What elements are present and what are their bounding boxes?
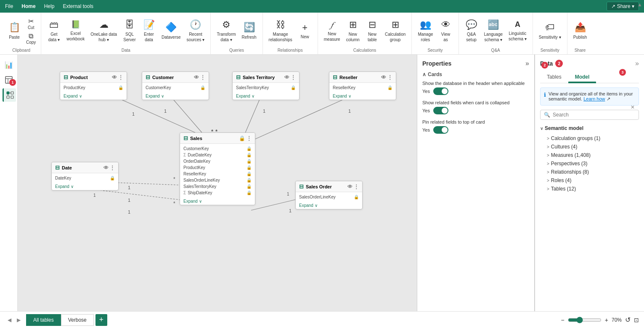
publish-button[interactable]: 📤 Publish xyxy=(571,20,590,42)
add-tab-button[interactable]: + xyxy=(95,314,107,326)
tree-item-relationships[interactable]: > Relationships (8) xyxy=(540,168,639,176)
left-sidebar: 📊 1 xyxy=(0,55,18,311)
sensitivity-button[interactable]: 🏷 Sensitivity ▾ xyxy=(536,20,564,42)
tree-item-measures[interactable]: > Measures (1,408) xyxy=(540,151,639,159)
copy-button[interactable]: ⧉ Copy xyxy=(24,32,37,45)
tree-item-roles[interactable]: > Roles (4) xyxy=(540,176,639,185)
language-schema-button[interactable]: 🔤 Languageschema ▾ xyxy=(482,17,506,45)
recent-sources-button[interactable]: 🕐 Recentsources ▾ xyxy=(184,17,207,45)
date-expand[interactable]: Expand ∨ xyxy=(52,183,118,190)
qa-setup-button[interactable]: 💬 Q&Asetup xyxy=(462,17,481,45)
st-expand[interactable]: Expand ∨ xyxy=(233,93,299,100)
menu-home[interactable]: Home xyxy=(21,3,35,9)
search-box[interactable]: 🔍 xyxy=(540,110,639,120)
product-card[interactable]: ⊟ Product 👁 ⋮ ProductKey 🔒 Expand ∨ xyxy=(60,71,127,100)
new-measure-button[interactable]: 𝑓 Newmeasure xyxy=(321,18,343,44)
dataverse-button[interactable]: 🔷 Dataverse xyxy=(159,20,183,42)
so-visibility-icon[interactable]: 👁 xyxy=(347,184,352,190)
main-canvas-area[interactable]: 1 * 1 * 1 * 1 1 * 1 * 1 xyxy=(18,55,644,311)
reseller-card[interactable]: ⊟ Reseller 👁 ⋮ ResellerKey 🔒 Expand ∨ xyxy=(329,71,396,100)
customer-card[interactable]: ⊟ Customer 👁 ⋮ CustomerKey 🔒 Expand ∨ xyxy=(142,71,209,100)
semantic-model-header[interactable]: ∨ Semantic model xyxy=(540,124,639,132)
ribbon-collapse-button[interactable]: ▲ xyxy=(637,2,642,8)
product-card-header: ⊟ Product 👁 ⋮ xyxy=(60,72,127,83)
search-input[interactable] xyxy=(553,112,635,118)
sales-order-icon: ⊟ xyxy=(299,183,304,190)
sales-expand[interactable]: Expand ∨ xyxy=(180,198,255,205)
share-icon: ↗ xyxy=(611,3,615,9)
tab-model[interactable]: Model xyxy=(568,71,596,83)
learn-how-link[interactable]: Learn how xyxy=(583,96,605,101)
tab-all-tables[interactable]: All tables xyxy=(26,314,61,326)
tab-verbose[interactable]: Verbose xyxy=(61,314,94,326)
sql-server-button[interactable]: 🗄 SQLServer xyxy=(120,17,139,45)
sidebar-icon-model[interactable] xyxy=(3,88,16,102)
manage-relationships-button[interactable]: ⛓ Managerelationships xyxy=(266,17,295,45)
relation-label-7: 1 xyxy=(128,209,130,214)
menu-file[interactable]: File xyxy=(5,3,13,9)
get-data-button[interactable]: 🗃 Getdata ▾ xyxy=(45,17,63,45)
zoom-slider[interactable] xyxy=(568,317,602,323)
tree-item-cultures[interactable]: > Cultures (4) xyxy=(540,143,639,151)
tab-tables[interactable]: Tables xyxy=(540,71,568,83)
paste-button[interactable]: 📋 Paste xyxy=(5,20,24,42)
onelake-button[interactable]: ☁ OneLake datahub ▾ xyxy=(88,17,119,45)
share-button[interactable]: ↗ Share ▾ xyxy=(607,2,639,11)
reseller-menu-icon[interactable]: ⋮ xyxy=(387,74,392,80)
section-collapse-icon[interactable]: ∧ xyxy=(422,71,426,77)
nav-next-button[interactable]: ▶ xyxy=(14,316,23,324)
customer-expand[interactable]: Expand ∨ xyxy=(142,93,209,100)
prop-show-related-toggle[interactable] xyxy=(433,107,448,114)
canvas[interactable]: 1 * 1 * 1 * 1 1 * 1 * 1 xyxy=(18,55,644,311)
zoom-fit-icon[interactable]: ⊡ xyxy=(634,317,639,323)
nav-prev-button[interactable]: ◀ xyxy=(5,316,13,324)
so-menu-icon[interactable]: ⋮ xyxy=(354,184,359,190)
sales-visibility-icon[interactable]: 🔒 xyxy=(239,135,245,141)
properties-expand-icon[interactable]: » xyxy=(525,60,529,67)
transform-data-button[interactable]: ⚙ Transformdata ▾ xyxy=(214,17,238,45)
date-menu-icon[interactable]: ⋮ xyxy=(110,165,115,171)
linguistic-schema-button[interactable]: A Linguisticschema ▾ xyxy=(506,18,529,43)
prop-pin-related-toggle[interactable] xyxy=(433,126,448,134)
product-expand[interactable]: Expand ∨ xyxy=(60,93,127,100)
so-expand[interactable]: Expand ∨ xyxy=(296,202,362,209)
view-as-button[interactable]: 👁 Viewas xyxy=(437,17,455,45)
zoom-reset-icon[interactable]: ↺ xyxy=(625,316,631,324)
sidebar-icon-report[interactable]: 📊 xyxy=(2,58,16,71)
zoom-minus-icon[interactable]: − xyxy=(561,317,564,323)
refresh-button[interactable]: 🔄 Refresh xyxy=(239,20,259,42)
tree-item-perspectives[interactable]: > Perspectives (3) xyxy=(540,159,639,168)
prop-show-related-value: Yes xyxy=(422,108,430,113)
sales-card[interactable]: ⊟ Sales 🔒 ⋮ CustomerKey 🔒 Σ xyxy=(180,132,255,205)
cut-button[interactable]: ✂ Cut xyxy=(24,16,37,31)
reseller-expand[interactable]: Expand ∨ xyxy=(329,93,396,100)
excel-workbook-button[interactable]: 📗 Excelworkbook xyxy=(64,18,87,43)
date-card[interactable]: ⊟ Date 👁 ⋮ DateKey 🔒 Expand ∨ xyxy=(51,162,119,190)
st-visibility-icon[interactable]: 👁 xyxy=(284,74,289,80)
new-column-button[interactable]: ⊞ Newcolumn xyxy=(344,17,362,45)
sales-territory-card[interactable]: ⊟ Sales Territory 👁 ⋮ SalesTerritoryKey … xyxy=(232,71,299,100)
zoom-plus-icon[interactable]: + xyxy=(605,317,608,323)
sales-menu-icon[interactable]: ⋮ xyxy=(246,135,252,141)
menu-external-tools[interactable]: External tools xyxy=(63,3,93,9)
product-menu-icon[interactable]: ⋮ xyxy=(118,74,123,80)
date-visibility-icon[interactable]: 👁 xyxy=(103,165,109,171)
data-panel-expand-icon[interactable]: » xyxy=(635,60,639,67)
product-title: Product xyxy=(70,75,88,80)
new-table-button[interactable]: ⊟ Newtable xyxy=(363,17,382,45)
new-relationship-button[interactable]: + New xyxy=(296,20,314,41)
prop-show-database-toggle[interactable] xyxy=(433,87,448,95)
tree-item-calculation-groups[interactable]: > Calculation groups (1) xyxy=(540,134,639,143)
enter-data-button[interactable]: 📝 Enterdata xyxy=(140,17,158,45)
customer-menu-icon[interactable]: ⋮ xyxy=(200,74,205,80)
sales-order-card[interactable]: ⊟ Sales Order 👁 ⋮ SalesOrderLineKey 🔒 Ex… xyxy=(295,181,363,209)
product-visibility-icon[interactable]: 👁 xyxy=(112,74,117,80)
manage-roles-button[interactable]: 👥 Manageroles xyxy=(415,17,435,45)
st-menu-icon[interactable]: ⋮ xyxy=(291,74,296,80)
tree-item-tables[interactable]: > Tables (12) xyxy=(540,185,639,193)
info-close-button[interactable]: ✕ xyxy=(631,104,635,110)
menu-help[interactable]: Help xyxy=(44,3,55,9)
reseller-visibility-icon[interactable]: 👁 xyxy=(381,74,386,80)
calculation-group-button[interactable]: ⊞ Calculationgroup xyxy=(382,17,408,45)
customer-visibility-icon[interactable]: 👁 xyxy=(194,74,199,80)
